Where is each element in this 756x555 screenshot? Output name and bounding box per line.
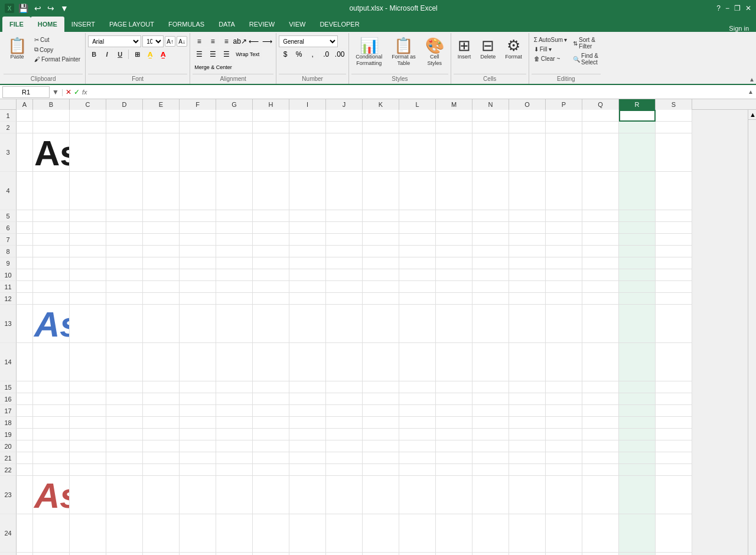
cell-R16[interactable]: [619, 393, 656, 405]
cell-L6[interactable]: [399, 222, 436, 234]
cell-L14[interactable]: [399, 343, 436, 381]
cell-P25[interactable]: [546, 553, 582, 555]
spreadsheet-scroll-area[interactable]: 123Aspose File Format APIs45678910111213…: [0, 110, 748, 555]
cell-L9[interactable]: [399, 257, 436, 269]
cell-R19[interactable]: [619, 429, 656, 440]
cell-D19[interactable]: [106, 429, 143, 440]
cell-K6[interactable]: [363, 222, 399, 234]
cell-G5[interactable]: [216, 210, 253, 222]
cell-O14[interactable]: [509, 343, 546, 381]
cell-F14[interactable]: [180, 343, 216, 381]
cell-H8[interactable]: [253, 246, 289, 257]
cell-N12[interactable]: [472, 293, 509, 305]
cell-Q25[interactable]: [582, 553, 619, 555]
cell-C4[interactable]: [70, 172, 106, 210]
decrease-font-button[interactable]: A↓: [177, 36, 187, 47]
tab-view[interactable]: VIEW: [282, 17, 312, 32]
cell-P2[interactable]: [546, 122, 582, 133]
cell-C14[interactable]: [70, 343, 106, 381]
font-color-button[interactable]: A̲: [157, 48, 169, 60]
cell-B11[interactable]: [33, 281, 70, 293]
cell-A20[interactable]: [17, 440, 33, 452]
col-header-J[interactable]: J: [326, 99, 363, 110]
cell-A15[interactable]: [17, 381, 33, 393]
cell-I20[interactable]: [289, 440, 326, 452]
cell-B15[interactable]: [33, 381, 70, 393]
col-header-F[interactable]: F: [180, 99, 216, 110]
cell-S14[interactable]: [656, 343, 692, 381]
cell-E19[interactable]: [143, 429, 180, 440]
row-number-18[interactable]: 18: [0, 417, 17, 429]
cell-P12[interactable]: [546, 293, 582, 305]
cell-S3[interactable]: [656, 133, 692, 172]
cell-D18[interactable]: [106, 417, 143, 429]
row-number-7[interactable]: 7: [0, 234, 17, 246]
fill-button[interactable]: ⬇ Fill ▾: [532, 45, 569, 54]
cell-J8[interactable]: [326, 246, 363, 257]
cell-S24[interactable]: [656, 514, 692, 553]
cell-C9[interactable]: [70, 257, 106, 269]
cell-S19[interactable]: [656, 429, 692, 440]
cell-K5[interactable]: [363, 210, 399, 222]
cell-I18[interactable]: [289, 417, 326, 429]
indent-increase-button[interactable]: ⟶: [260, 35, 273, 47]
cell-M17[interactable]: [436, 405, 472, 417]
cell-D12[interactable]: [106, 293, 143, 305]
col-header-Q[interactable]: Q: [582, 99, 619, 110]
cell-L23[interactable]: [399, 476, 436, 514]
cell-N18[interactable]: [472, 417, 509, 429]
cell-E3[interactable]: [143, 133, 180, 172]
cell-G22[interactable]: [216, 464, 253, 476]
cell-M7[interactable]: [436, 234, 472, 246]
cell-C18[interactable]: [70, 417, 106, 429]
border-button[interactable]: ⊞: [131, 48, 143, 60]
cell-R23[interactable]: [619, 476, 656, 514]
cell-D22[interactable]: [106, 464, 143, 476]
cell-Q23[interactable]: [582, 476, 619, 514]
cell-K13[interactable]: [363, 305, 399, 343]
align-top-left-button[interactable]: ≡: [193, 35, 206, 47]
cell-S2[interactable]: [656, 122, 692, 133]
cell-F12[interactable]: [180, 293, 216, 305]
cell-E25[interactable]: [143, 553, 180, 555]
cell-A24[interactable]: [17, 514, 33, 553]
clear-button[interactable]: 🗑 Clear ~: [532, 54, 569, 63]
cell-S1[interactable]: [656, 110, 692, 122]
cell-D15[interactable]: [106, 381, 143, 393]
cell-O9[interactable]: [509, 257, 546, 269]
cell-A25[interactable]: [17, 553, 33, 555]
cell-A22[interactable]: [17, 464, 33, 476]
indent-decrease-button[interactable]: ⟵: [247, 35, 260, 47]
cell-S7[interactable]: [656, 234, 692, 246]
cell-F25[interactable]: [180, 553, 216, 555]
comma-button[interactable]: ,: [306, 48, 319, 60]
cell-E5[interactable]: [143, 210, 180, 222]
cell-H17[interactable]: [253, 405, 289, 417]
cell-B24[interactable]: [33, 514, 70, 553]
cell-G11[interactable]: [216, 281, 253, 293]
cell-H4[interactable]: [253, 172, 289, 210]
cell-J16[interactable]: [326, 393, 363, 405]
cell-E7[interactable]: [143, 234, 180, 246]
cell-I4[interactable]: [289, 172, 326, 210]
cell-F6[interactable]: [180, 222, 216, 234]
cell-M10[interactable]: [436, 269, 472, 281]
cell-F16[interactable]: [180, 393, 216, 405]
cell-B9[interactable]: [33, 257, 70, 269]
col-header-A[interactable]: A: [17, 99, 33, 110]
cell-B1[interactable]: [33, 110, 70, 122]
sort-filter-button[interactable]: ⇅ Sort &Filter: [571, 35, 601, 51]
cell-A1[interactable]: [17, 110, 33, 122]
cell-C3[interactable]: [70, 133, 106, 172]
cell-H13[interactable]: [253, 305, 289, 343]
cell-C19[interactable]: [70, 429, 106, 440]
cell-C21[interactable]: [70, 452, 106, 464]
cell-Q17[interactable]: [582, 405, 619, 417]
cell-R3[interactable]: [619, 133, 656, 172]
scroll-up-button[interactable]: ▲: [748, 110, 756, 120]
cell-I21[interactable]: [289, 452, 326, 464]
cell-F7[interactable]: [180, 234, 216, 246]
cell-E1[interactable]: [143, 110, 180, 122]
cell-G3[interactable]: [216, 133, 253, 172]
cell-A6[interactable]: [17, 222, 33, 234]
